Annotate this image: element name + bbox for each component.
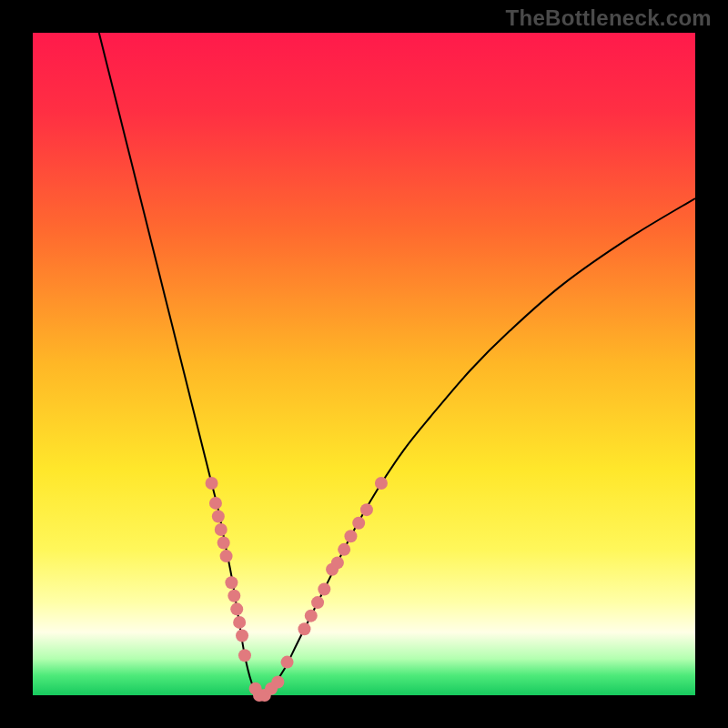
dot <box>220 550 233 562</box>
chart-frame: TheBottleneck.com <box>0 0 728 728</box>
dot <box>209 497 222 510</box>
dot <box>375 477 388 490</box>
dot <box>318 583 330 596</box>
watermark-text: TheBottleneck.com <box>506 5 712 31</box>
dot <box>331 556 344 569</box>
dot <box>281 656 294 669</box>
dot <box>352 517 365 530</box>
dot <box>344 530 357 542</box>
dot <box>338 543 350 556</box>
dot <box>217 537 230 550</box>
dot <box>225 576 238 589</box>
dot <box>238 649 251 662</box>
dot <box>230 602 243 615</box>
dot <box>236 629 248 642</box>
dot <box>228 590 240 602</box>
dot <box>305 610 318 622</box>
dot <box>311 596 324 609</box>
dot <box>271 675 284 688</box>
highlight-dots <box>206 477 388 702</box>
plot-area <box>33 33 695 695</box>
dot <box>215 523 228 536</box>
bottleneck-curve <box>99 33 695 696</box>
dot <box>233 616 246 629</box>
dot <box>212 510 225 522</box>
dot <box>360 503 373 516</box>
dot <box>298 622 310 635</box>
chart-overlay <box>33 33 695 695</box>
dot <box>206 477 218 490</box>
